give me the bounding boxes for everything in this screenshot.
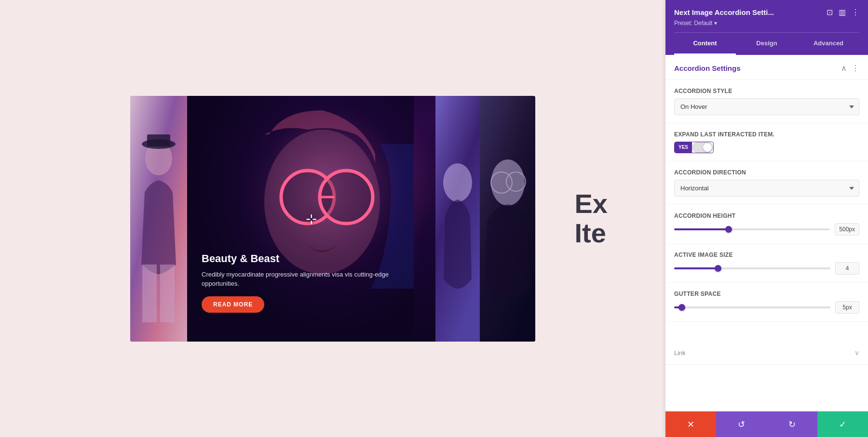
panel-header: Next Image Accordion Setti... ⊡ ▥ ⋮ Pres… (665, 0, 868, 55)
toggle-row: YES (674, 142, 859, 153)
accordion-panel-2[interactable]: ⊹ Beauty & Beast Credibly myocardinate p… (187, 96, 435, 342)
accordion-panel-4[interactable] (480, 96, 535, 342)
more-icon[interactable]: ⋮ (852, 8, 859, 17)
accordion-height-fill (674, 228, 729, 230)
tab-advanced[interactable]: Advanced (798, 33, 859, 55)
accordion-style-label: Accordion Style (674, 88, 859, 94)
toggle-container[interactable]: YES (674, 142, 714, 153)
header-icons: ⊡ ▥ ⋮ (827, 8, 859, 17)
svg-rect-5 (147, 134, 170, 146)
accordion-direction-select[interactable]: Horizontal Vertical (674, 180, 859, 197)
accordion-panel-3[interactable] (435, 96, 480, 342)
accordion-height-slider-row: 500px (674, 223, 859, 236)
expand-last-label: Expand Last Interacted Item. (674, 131, 859, 138)
panel-4-image (480, 96, 535, 342)
active-image-size-group: Active Image Size 4 (665, 244, 868, 283)
section-title: Accordion Settings (674, 64, 741, 72)
accordion-widget: ⊹ Beauty & Beast Credibly myocardinate p… (130, 96, 535, 342)
gutter-space-track[interactable] (674, 306, 830, 308)
panel-2-title: Beauty & Beast (202, 252, 426, 265)
accordion-height-group: Accordion Height 500px (665, 205, 868, 244)
active-image-size-label: Active Image Size (674, 252, 859, 258)
undo-button[interactable]: ↺ (716, 411, 767, 437)
bottom-toolbar: ✕ ↺ ↻ ✓ (665, 411, 868, 437)
settings-panel: Next Image Accordion Setti... ⊡ ▥ ⋮ Pres… (665, 0, 868, 437)
section-header: Accordion Settings ∧ ⋮ (665, 55, 868, 80)
active-image-size-value[interactable]: 4 (835, 262, 859, 275)
accordion-height-track[interactable] (674, 228, 830, 230)
tab-content[interactable]: Content (674, 33, 736, 55)
read-more-button[interactable]: READ MORE (202, 296, 264, 313)
preset-label[interactable]: Preset: Default ▾ (674, 20, 859, 26)
section-header-icons: ∧ ⋮ (841, 64, 859, 73)
svg-point-15 (491, 159, 525, 206)
accordion-style-group: Accordion Style On Hover On Click (665, 80, 868, 123)
tab-design[interactable]: Design (736, 33, 798, 55)
expand-last-group: Expand Last Interacted Item. YES (665, 123, 868, 161)
panel-4-svg (480, 96, 535, 342)
panel-title: Next Image Accordion Setti... (674, 8, 774, 16)
panel-1-svg (130, 96, 187, 342)
confirm-button[interactable]: ✓ (817, 411, 868, 437)
accordion-height-value[interactable]: 500px (835, 223, 859, 236)
gutter-space-value[interactable]: 5px (835, 301, 859, 314)
accordion-panel-1[interactable] (130, 96, 187, 342)
collapse-icon[interactable]: ∧ (841, 64, 847, 73)
link-label: Link (674, 349, 686, 357)
panel-1-image (130, 96, 187, 342)
gutter-space-label: Gutter Space (674, 291, 859, 297)
panel-2-content: Beauty & Beast Credibly myocardinate pro… (202, 252, 426, 313)
toggle-yes-label: YES (675, 142, 692, 153)
tabs-row: Content Design Advanced (674, 32, 859, 55)
redo-button[interactable]: ↻ (767, 411, 817, 437)
section-more-icon[interactable]: ⋮ (852, 64, 859, 73)
accordion-height-label: Accordion Height (674, 212, 859, 219)
split-icon[interactable]: ▥ (839, 8, 846, 17)
gutter-space-group: Gutter Space 5px (665, 283, 868, 322)
active-image-size-thumb[interactable] (715, 265, 721, 272)
toggle-switch[interactable] (692, 142, 713, 153)
accordion-direction-label: Accordion Direction (674, 169, 859, 176)
gutter-space-thumb[interactable] (678, 304, 685, 311)
panel-body: Accordion Settings ∧ ⋮ Accordion Style O… (665, 55, 868, 411)
accordion-style-select[interactable]: On Hover On Click (674, 98, 859, 115)
cancel-button[interactable]: ✕ (665, 411, 716, 437)
text-overlay: Ex Ite (575, 189, 608, 248)
link-chevron-icon: ∨ (854, 349, 859, 357)
canvas-area: ⊹ Beauty & Beast Credibly myocardinate p… (0, 0, 665, 437)
active-image-size-fill (674, 267, 718, 269)
svg-rect-2 (142, 265, 157, 322)
gutter-space-slider-row: 5px (674, 301, 859, 314)
accordion-height-thumb[interactable] (725, 226, 732, 233)
svg-point-13 (443, 163, 472, 202)
panel-3-image (435, 96, 480, 342)
active-image-size-slider-row: 4 (674, 262, 859, 275)
panel-3-svg (435, 96, 480, 342)
active-image-size-track[interactable] (674, 267, 830, 269)
panel-2-desc: Credibly myocardinate progressive alignm… (202, 270, 426, 289)
link-section[interactable]: Link ∨ (665, 341, 868, 365)
svg-rect-3 (160, 265, 175, 322)
spacer (665, 322, 868, 341)
accordion-direction-group: Accordion Direction Horizontal Vertical (665, 161, 868, 205)
move-icon[interactable]: ⊹ (306, 211, 317, 226)
focus-icon[interactable]: ⊡ (827, 8, 833, 17)
